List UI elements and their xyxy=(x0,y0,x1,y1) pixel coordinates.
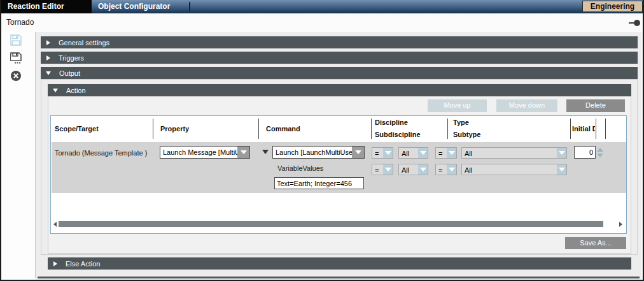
row-expander-icon[interactable] xyxy=(262,150,269,154)
column-header-scope-target[interactable]: Scope/Target xyxy=(55,125,99,133)
save-as-icon[interactable] xyxy=(10,52,23,65)
next-section-edge xyxy=(38,277,640,278)
object-name-label: Tornado xyxy=(6,18,34,27)
section-label: Action xyxy=(66,87,86,94)
command-dropdown[interactable]: Launch [LaunchMultiUse xyxy=(272,146,365,159)
delete-button[interactable]: Delete xyxy=(566,99,625,112)
column-header-initial-delay[interactable]: Initial Delay xyxy=(572,125,595,133)
column-divider[interactable] xyxy=(605,119,606,139)
type-dropdown[interactable]: All xyxy=(461,147,567,159)
column-divider[interactable] xyxy=(570,119,571,139)
spinner-down-icon[interactable] xyxy=(597,154,603,157)
save-icon[interactable] xyxy=(10,34,23,47)
cancel-icon[interactable] xyxy=(10,70,23,83)
column-header-subdiscipline[interactable]: Subdiscipline xyxy=(375,131,421,138)
operator-value: = xyxy=(372,148,383,158)
column-divider[interactable] xyxy=(258,119,259,139)
variable-values-label: VariableValues xyxy=(277,164,323,172)
type-operator-dropdown[interactable]: = xyxy=(435,147,457,159)
command-dropdown-value: Launch [LaunchMultiUse xyxy=(273,147,352,158)
action-table: Scope/Target Property Command Discipline… xyxy=(50,115,627,234)
column-header-subtype[interactable]: Subtype xyxy=(453,131,480,138)
section-else-action[interactable]: Else Action xyxy=(48,257,631,270)
sub-discipline-operator-dropdown[interactable]: = xyxy=(372,164,393,175)
chevron-down-icon[interactable] xyxy=(447,164,456,175)
scroll-left-icon[interactable] xyxy=(53,222,57,227)
spinner-up-icon[interactable] xyxy=(597,148,603,152)
chevron-down-icon[interactable] xyxy=(557,148,566,158)
discipline-dropdown[interactable]: All xyxy=(398,147,428,159)
section-general-settings[interactable]: General settings xyxy=(41,36,638,48)
initial-delay-spinner[interactable] xyxy=(596,146,604,159)
move-up-button[interactable]: Move up xyxy=(428,99,487,112)
chevron-down-icon[interactable] xyxy=(383,148,393,158)
column-divider[interactable] xyxy=(596,119,596,139)
collapsed-arrow-icon xyxy=(46,55,50,61)
variable-values-input[interactable] xyxy=(274,177,364,189)
collapsed-arrow-icon xyxy=(46,40,50,45)
pin-icon-head[interactable] xyxy=(634,20,640,26)
sub-type-dropdown[interactable]: All xyxy=(461,164,567,175)
engineering-mode-button[interactable]: Engineering xyxy=(582,1,643,12)
sub-type-operator-dropdown[interactable]: = xyxy=(435,164,457,175)
left-toolbar xyxy=(1,32,35,281)
scope-target-cell: Tornado (Message Template ) xyxy=(55,149,147,157)
tab-separator xyxy=(189,2,190,11)
discipline-value: All xyxy=(399,148,418,158)
chevron-down-icon[interactable] xyxy=(447,148,456,158)
tab-object-configurator[interactable]: Object Configurator xyxy=(98,0,170,13)
column-divider[interactable] xyxy=(153,119,153,139)
discipline-operator-dropdown[interactable]: = xyxy=(372,147,393,159)
application-window: Reaction Editor Object Configurator Engi… xyxy=(0,0,644,281)
initial-delay-input[interactable] xyxy=(574,146,596,159)
property-dropdown-value: Launch Message [MultiUse xyxy=(160,147,237,158)
column-header-property[interactable]: Property xyxy=(160,125,189,133)
chevron-down-icon[interactable] xyxy=(557,164,566,175)
chevron-down-icon[interactable] xyxy=(383,164,393,175)
chevron-down-icon[interactable] xyxy=(237,147,249,158)
save-as-button[interactable]: Save As... xyxy=(565,237,626,249)
chevron-down-icon[interactable] xyxy=(418,148,428,158)
section-triggers[interactable]: Triggers xyxy=(41,52,638,64)
horizontal-scrollbar-thumb[interactable] xyxy=(59,221,603,227)
tab-reaction-editor[interactable]: Reaction Editor xyxy=(1,0,92,13)
column-divider[interactable] xyxy=(447,119,448,139)
column-header-type[interactable]: Type xyxy=(453,119,469,126)
column-header-discipline[interactable]: Discipline xyxy=(375,119,408,126)
property-dropdown[interactable]: Launch Message [MultiUse xyxy=(160,146,250,159)
expanded-arrow-icon xyxy=(46,71,51,75)
column-divider[interactable] xyxy=(371,119,372,139)
scroll-right-icon[interactable] xyxy=(619,222,622,227)
move-down-button[interactable]: Move down xyxy=(496,99,557,112)
column-header-command[interactable]: Command xyxy=(266,125,300,133)
operator-value: = xyxy=(372,164,383,175)
type-value: All xyxy=(462,164,557,175)
sub-discipline-dropdown[interactable]: All xyxy=(398,164,428,175)
chevron-down-icon[interactable] xyxy=(418,164,428,175)
discipline-value: All xyxy=(399,164,418,175)
object-header-row xyxy=(1,13,643,32)
section-action[interactable]: Action xyxy=(48,84,631,96)
section-label: Output xyxy=(59,69,80,77)
operator-value: = xyxy=(436,148,447,158)
expanded-arrow-icon xyxy=(53,89,58,92)
type-value: All xyxy=(462,148,557,158)
operator-value: = xyxy=(436,164,447,175)
collapsed-arrow-icon xyxy=(53,261,57,266)
section-output[interactable]: Output xyxy=(41,67,638,79)
section-label: Triggers xyxy=(59,54,84,62)
section-label: Else Action xyxy=(66,260,100,268)
section-label: General settings xyxy=(59,39,109,47)
chevron-down-icon[interactable] xyxy=(352,147,364,158)
